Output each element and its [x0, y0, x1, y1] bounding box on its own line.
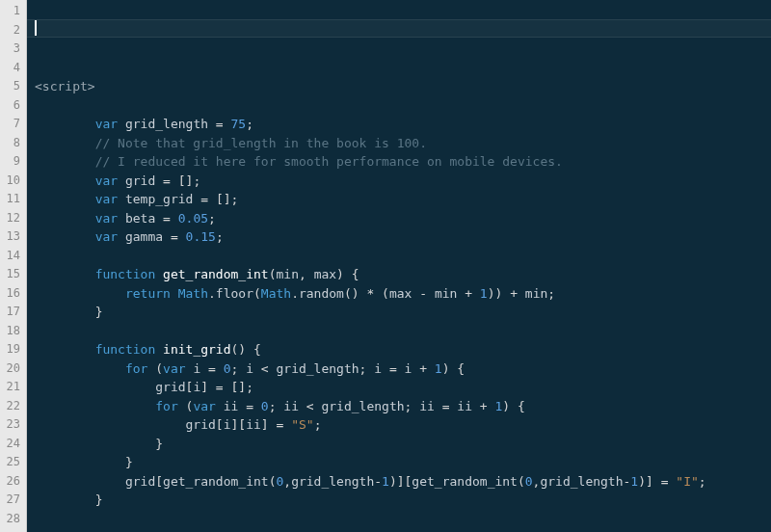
code-line[interactable]: for (var i = 0; i < grid_length; i = i +… — [35, 359, 771, 379]
token: ; — [246, 117, 253, 131]
token: for — [125, 361, 147, 376]
token: () — [344, 286, 359, 301]
code-line[interactable]: function init_grid() { — [35, 340, 771, 359]
code-line[interactable] — [35, 510, 771, 529]
token — [171, 173, 178, 188]
token — [35, 474, 125, 489]
token: < — [306, 399, 314, 413]
token: floor — [216, 286, 253, 301]
code-line[interactable]: } — [35, 491, 771, 510]
token: gamma — [125, 229, 163, 244]
token: grid_length — [321, 399, 404, 413]
token: { — [253, 342, 261, 357]
line-number: 21 — [4, 378, 20, 397]
token: ; — [231, 192, 239, 206]
token: . — [291, 286, 299, 301]
code-line[interactable]: } — [35, 303, 771, 322]
token: 1 — [480, 286, 488, 301]
token: ][ — [231, 417, 247, 432]
line-number: 24 — [4, 435, 20, 454]
token: 0 — [224, 361, 231, 376]
token — [306, 267, 314, 281]
token: () — [231, 342, 247, 357]
token: - — [419, 286, 427, 301]
token: grid_length — [540, 474, 623, 489]
code-line[interactable] — [35, 322, 771, 341]
token: min — [276, 267, 298, 281]
code-line[interactable] — [35, 247, 771, 266]
token: = — [163, 211, 171, 226]
token: = — [208, 361, 216, 376]
code-line[interactable]: grid[i][ii] = "S"; — [35, 415, 771, 435]
code-line[interactable]: var grid = []; — [35, 172, 771, 191]
token: [] — [178, 173, 194, 188]
token: grid — [155, 380, 185, 394]
token — [502, 286, 510, 301]
code-editor[interactable]: 1234567891011121314151617181920212223242… — [0, 0, 771, 532]
token — [118, 192, 125, 206]
code-area[interactable]: <script> var grid_length = 75; // Note t… — [27, 0, 771, 532]
token — [171, 286, 178, 301]
token: { — [518, 399, 525, 413]
token: ( — [253, 286, 261, 301]
token — [163, 229, 171, 244]
token: grid — [125, 173, 155, 188]
token: ; — [547, 286, 555, 301]
token: 0 — [261, 399, 269, 413]
code-line[interactable]: } — [35, 435, 771, 454]
code-line[interactable]: var temp_grid = []; — [35, 190, 771, 209]
token — [344, 267, 352, 281]
token: } — [125, 455, 133, 469]
token: ; — [208, 211, 216, 226]
code-line[interactable]: init_grid(); — [35, 528, 771, 532]
token — [283, 417, 291, 432]
token — [35, 417, 186, 432]
token — [208, 117, 216, 131]
line-number: 18 — [4, 322, 20, 341]
token — [35, 399, 155, 413]
token — [299, 399, 306, 413]
token — [171, 211, 178, 226]
code-line[interactable]: var gamma = 0.15; — [35, 227, 771, 247]
code-line[interactable]: <script> — [35, 77, 771, 96]
line-number: 5 — [4, 77, 20, 96]
token: min — [435, 286, 457, 301]
token — [457, 286, 465, 301]
token: i — [246, 361, 253, 376]
token: ; — [193, 173, 200, 188]
code-line[interactable]: var grid_length = 75; — [35, 115, 771, 134]
code-line[interactable]: // Note that grid_length in the book is … — [35, 134, 771, 153]
line-number: 25 — [4, 453, 20, 472]
code-line[interactable]: return Math.floor(Math.random() * (max -… — [35, 284, 771, 304]
token: init_grid — [163, 342, 230, 357]
code-line[interactable]: function get_random_int(min, max) { — [35, 265, 771, 284]
token: )] — [638, 474, 653, 489]
token: { — [457, 361, 465, 376]
token — [435, 399, 442, 413]
token: = — [216, 380, 224, 394]
line-number: 28 — [4, 510, 20, 529]
token — [216, 361, 224, 376]
token: 1 — [435, 361, 442, 376]
token: ii — [283, 399, 299, 413]
code-line[interactable]: var beta = 0.05; — [35, 209, 771, 228]
token — [118, 229, 125, 244]
token: temp_grid — [125, 192, 193, 206]
code-line[interactable]: for (var ii = 0; ii < grid_length; ii = … — [35, 397, 771, 416]
token: get_random_int — [163, 267, 269, 281]
token: = — [246, 399, 253, 413]
token — [253, 361, 261, 376]
line-number: 20 — [4, 359, 20, 379]
token: < — [261, 361, 269, 376]
code-line[interactable]: grid[get_random_int(0,grid_length-1)][ge… — [35, 472, 771, 492]
code-line[interactable]: grid[i] = []; — [35, 378, 771, 397]
line-number: 3 — [4, 40, 20, 59]
token: get_random_int — [163, 474, 269, 489]
token — [155, 173, 163, 188]
code-line[interactable]: } — [35, 453, 771, 472]
token — [118, 173, 125, 188]
code-line[interactable]: // I reduced it here for smooth performa… — [35, 152, 771, 172]
token: grid — [125, 474, 155, 489]
token: max — [389, 286, 412, 301]
code-line[interactable] — [35, 96, 771, 116]
